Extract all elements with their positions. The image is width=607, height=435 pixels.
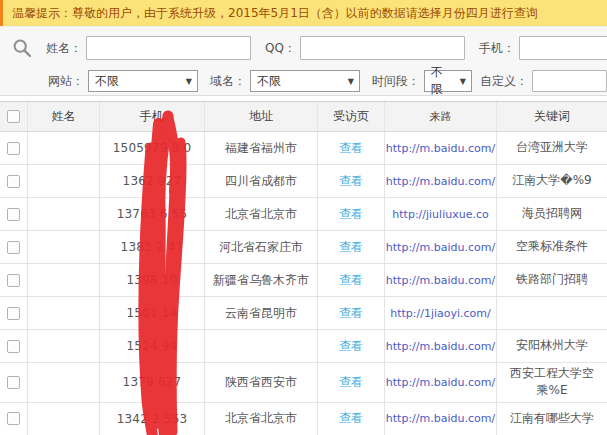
- site-label: 网站：: [48, 73, 84, 90]
- cell-keyword: 空乘标准条件: [497, 231, 607, 263]
- qq-label: QQ：: [265, 40, 296, 57]
- view-link[interactable]: 查看: [339, 305, 363, 322]
- chevron-down-icon: ▼: [348, 77, 354, 86]
- search-icon: [12, 38, 32, 58]
- cell-keyword: 江南大学�%9: [497, 165, 607, 197]
- view-link[interactable]: 查看: [339, 272, 363, 289]
- referrer-link[interactable]: http://m.baidu.com/: [386, 142, 495, 155]
- table-header-row: 姓名 手机 地址 受访页 来路 关键词: [0, 102, 607, 132]
- row-checkbox[interactable]: [7, 307, 20, 320]
- cell-name: [28, 132, 100, 164]
- page: 温馨提示：尊敬的用户，由于系统升级，2015年5月1日（含）以前的数据请选择月份…: [0, 0, 607, 435]
- qq-input[interactable]: [300, 36, 465, 60]
- referrer-link[interactable]: http://m.baidu.com/: [386, 241, 495, 254]
- referrer-link[interactable]: http://m.baidu.com/: [386, 376, 495, 389]
- site-select[interactable]: 不限 ▼: [88, 70, 198, 92]
- table-row: 1505979 9 0 福建省福州市 查看 http://m.baidu.com…: [0, 132, 607, 165]
- referrer-link[interactable]: http://m.baidu.com/: [386, 340, 495, 353]
- referrer-link[interactable]: http://m.baidu.com/: [386, 175, 495, 188]
- table-row: 1501 14 云南省昆明市 查看 http://1jiaoyi.com/: [0, 297, 607, 330]
- cell-address: 四川省成都市: [205, 165, 318, 197]
- cell-keyword: 江南有哪些大学: [497, 403, 607, 435]
- referrer-link[interactable]: http://1jiaoyi.com/: [390, 307, 491, 320]
- cell-phone: 1501 14: [100, 297, 205, 329]
- header-keyword: 关键词: [497, 102, 607, 131]
- cell-address: 云南省昆明市: [205, 297, 318, 329]
- cell-name: [28, 231, 100, 263]
- row-checkbox[interactable]: [7, 412, 20, 425]
- notice-banner: 温馨提示：尊敬的用户，由于系统升级，2015年5月1日（含）以前的数据请选择月份…: [0, 0, 607, 26]
- cell-address: 陕西省西安市: [205, 363, 318, 402]
- table-row: 1524 94 查看 http://m.baidu.com/ 安阳林州大学: [0, 330, 607, 363]
- view-link[interactable]: 查看: [339, 410, 363, 427]
- table-row: 1398 10 新疆省乌鲁木齐市 查看 http://m.baidu.com/ …: [0, 264, 607, 297]
- row-checkbox[interactable]: [7, 175, 20, 188]
- cell-address: 北京省北京市: [205, 403, 318, 435]
- cell-name: [28, 165, 100, 197]
- period-select-value: 不限: [431, 64, 452, 98]
- row-checkbox[interactable]: [7, 274, 20, 287]
- cell-name: [28, 403, 100, 435]
- custom-label: 自定义：: [480, 73, 528, 90]
- filter-panel: 姓名： QQ： 手机： 网站： 不限 ▼ 域名： 不限 ▼ 时间段： 不限 ▼ …: [0, 26, 607, 96]
- cell-keyword: 铁路部门招聘: [497, 264, 607, 296]
- site-select-value: 不限: [95, 73, 119, 90]
- cell-name: [28, 264, 100, 296]
- domain-select[interactable]: 不限 ▼: [250, 70, 360, 92]
- row-checkbox[interactable]: [7, 376, 20, 389]
- name-label: 姓名：: [46, 40, 82, 57]
- header-visited: 受访页: [318, 102, 385, 131]
- cell-name: [28, 297, 100, 329]
- cell-address: 福建省福州市: [205, 132, 318, 164]
- cell-phone: 1505979 9 0: [100, 132, 205, 164]
- chevron-down-icon: ▼: [186, 77, 192, 86]
- cell-keyword: 台湾亚洲大学: [497, 132, 607, 164]
- referrer-link[interactable]: http://m.baidu.com/: [386, 412, 495, 425]
- cell-name: [28, 330, 100, 362]
- phone-label: 手机：: [479, 40, 515, 57]
- header-address: 地址: [205, 102, 318, 131]
- cell-phone: 1379 627: [100, 363, 205, 402]
- row-checkbox[interactable]: [7, 208, 20, 221]
- table-row: 1342 2 553 北京省北京市 查看 http://m.baidu.com/…: [0, 403, 607, 435]
- cell-name: [28, 363, 100, 402]
- cell-phone: 1362 927: [100, 165, 205, 197]
- select-all-checkbox[interactable]: [7, 110, 20, 123]
- table-row: 13763 6 55 北京省北京市 查看 http://jiuliuxue.co…: [0, 198, 607, 231]
- cell-keyword: 安阳林州大学: [497, 330, 607, 362]
- referrer-link[interactable]: http://m.baidu.com/: [386, 274, 495, 287]
- table-row: 1383 2 47 河北省石家庄市 查看 http://m.baidu.com/…: [0, 231, 607, 264]
- cell-phone: 13763 6 55: [100, 198, 205, 230]
- period-select[interactable]: 不限 ▼: [424, 70, 472, 92]
- domain-label: 域名：: [210, 73, 246, 90]
- header-phone: 手机: [100, 102, 205, 131]
- view-link[interactable]: 查看: [339, 239, 363, 256]
- view-link[interactable]: 查看: [339, 374, 363, 391]
- name-input[interactable]: [86, 36, 251, 60]
- custom-input[interactable]: [532, 70, 607, 92]
- cell-keyword: 海员招聘网: [497, 198, 607, 230]
- cell-address: 新疆省乌鲁木齐市: [205, 264, 318, 296]
- cell-phone: 1398 10: [100, 264, 205, 296]
- header-name: 姓名: [28, 102, 100, 131]
- cell-address: 北京省北京市: [205, 198, 318, 230]
- row-checkbox[interactable]: [7, 340, 20, 353]
- cell-address: [205, 330, 318, 362]
- results-table: 姓名 手机 地址 受访页 来路 关键词 1505979 9 0 福建省福州市 查…: [0, 101, 607, 435]
- referrer-link[interactable]: http://jiuliuxue.co: [392, 208, 488, 221]
- cell-keyword: [497, 297, 607, 329]
- view-link[interactable]: 查看: [339, 338, 363, 355]
- cell-name: [28, 198, 100, 230]
- cell-phone: 1342 2 553: [100, 403, 205, 435]
- phone-input[interactable]: [519, 36, 607, 60]
- cell-phone: 1383 2 47: [100, 231, 205, 263]
- view-link[interactable]: 查看: [339, 206, 363, 223]
- cell-keyword: 西安工程大学空乘%E: [497, 363, 607, 402]
- row-checkbox[interactable]: [7, 241, 20, 254]
- view-link[interactable]: 查看: [339, 173, 363, 190]
- row-checkbox[interactable]: [7, 142, 20, 155]
- view-link[interactable]: 查看: [339, 140, 363, 157]
- domain-select-value: 不限: [257, 73, 281, 90]
- period-label: 时间段：: [372, 73, 420, 90]
- table-row: 1362 927 四川省成都市 查看 http://m.baidu.com/ 江…: [0, 165, 607, 198]
